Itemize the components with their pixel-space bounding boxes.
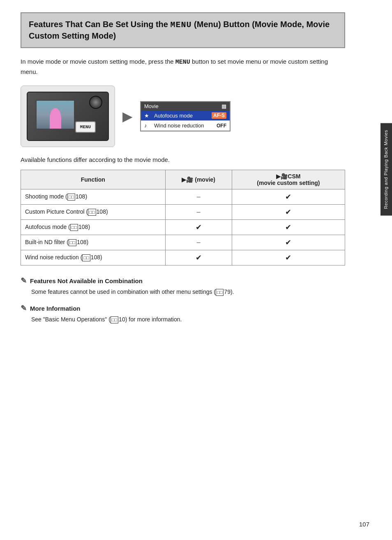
table-cell-col2-4: ✔: [165, 250, 232, 265]
camera-lens: [89, 96, 102, 109]
checkmark-icon: ✔: [285, 223, 291, 231]
note2-ref: 10: [119, 316, 125, 323]
ref-box-2: □□: [70, 224, 78, 231]
note1-ref: 79: [224, 288, 231, 295]
table-row: Shooting mode (□□108)–✔: [21, 189, 345, 205]
table-cell-label-2: Autofocus mode (□□108): [21, 220, 166, 235]
movie-mode-icon: ▶🎥 (movie): [182, 176, 215, 183]
note2-icon: ✎: [21, 304, 27, 313]
table-row: Custom Picture Control (□□108)–✔: [21, 205, 345, 220]
camera-screen-person: [37, 101, 74, 129]
ref-box-1: □□: [88, 209, 96, 216]
dash-icon: –: [197, 193, 201, 200]
row1-value: AF-S: [212, 112, 226, 119]
col2-header: ▶🎥 (movie): [165, 170, 232, 189]
table-cell-label-0: Shooting mode (□□108): [21, 189, 166, 205]
header-box: Features That Can Be Set Using the MENU …: [21, 12, 345, 48]
checkmark-icon: ✔: [285, 254, 291, 262]
checkmark-icon: ✔: [285, 193, 291, 201]
table-row: Autofocus mode (□□108)✔✔: [21, 220, 345, 235]
table-cell-col3-1: ✔: [232, 205, 345, 220]
checkmark-icon: ✔: [196, 223, 202, 231]
movie-screen-row-1: ★ Autofocus mode AF-S: [141, 111, 230, 121]
note1-body: Some features cannot be used in combinat…: [21, 288, 345, 296]
note1-icon: ✎: [21, 276, 27, 285]
table-cell-label-4: Wind noise reduction (□□108): [21, 250, 166, 265]
ref-box-3: □□: [69, 239, 76, 246]
note1-ref-box: □□: [216, 289, 224, 296]
table-cell-col3-2: ✔: [232, 220, 345, 235]
csm-header-line2: (movie custom setting): [257, 180, 320, 186]
table-cell-col3-4: ✔: [232, 250, 345, 265]
intro-paragraph: In movie mode or movie custom setting mo…: [21, 57, 345, 76]
note2-text-before: See "Basic Menu Operations" (: [31, 316, 111, 323]
note1-ref-inner: □□: [217, 289, 222, 295]
camera-menu-button: MENU: [75, 121, 96, 133]
available-functions-text: Available functions differ according to …: [21, 156, 345, 163]
checkmark-icon: ✔: [196, 254, 202, 262]
row2-label: Wind noise reduction: [154, 122, 214, 129]
row1-icon: ★: [144, 113, 152, 119]
note1-title: Features Not Available in Combination: [30, 277, 143, 284]
camera-menu-label: MENU: [80, 125, 91, 129]
csm-header-line1: ▶🎥CSM: [276, 173, 300, 180]
note2-header: ✎ More Information: [21, 304, 345, 313]
note1-header: ✎ Features Not Available in Combination: [21, 276, 345, 285]
arrow-icon: ▶: [122, 108, 133, 124]
note-section-2: ✎ More Information See "Basic Menu Opera…: [21, 304, 345, 324]
table-cell-col2-1: –: [165, 205, 232, 220]
note2-ref-inner: □□: [112, 317, 117, 323]
table-cell-label-1: Custom Picture Control (□□108): [21, 205, 166, 220]
note1-text-after: ).: [231, 288, 234, 295]
movie-screen-title: Movie: [144, 103, 159, 109]
table-header-row: Function ▶🎥 (movie) ▶🎥CSM (movie custom …: [21, 170, 345, 189]
row2-value: OFF: [217, 123, 226, 129]
note-section-1: ✎ Features Not Available in Combination …: [21, 276, 345, 296]
note2-text-after: ) for more information.: [125, 316, 182, 323]
movie-menu-screen: Movie ▩ ★ Autofocus mode AF-S ♪ Wind noi…: [140, 101, 231, 132]
table-cell-label-3: Built-in ND filter (□□108): [21, 235, 166, 250]
table-cell-col3-3: ✔: [232, 235, 345, 250]
table-row: Built-in ND filter (□□108)–✔: [21, 235, 345, 250]
table-cell-col2-2: ✔: [165, 220, 232, 235]
page-title: Features That Can Be Set Using the MENU …: [29, 19, 337, 42]
movie-screen-header: Movie ▩: [141, 102, 230, 111]
ref-box-4: □□: [82, 254, 90, 261]
page-number: 107: [359, 521, 369, 528]
dash-icon: –: [197, 239, 201, 246]
intro-menu-bold: MENU: [175, 59, 190, 66]
row2-icon: ♪: [144, 122, 152, 129]
row1-label: Autofocus mode: [154, 113, 209, 119]
movie-screen-icon: ▩: [221, 103, 226, 109]
main-content: Features That Can Be Set Using the MENU …: [0, 0, 366, 344]
title-text-1: Features That Can Be Set Using the: [29, 20, 171, 29]
side-tab: Recording and Playing Back Movies: [380, 123, 392, 216]
note2-body: See "Basic Menu Operations" (□□10) for m…: [21, 315, 345, 324]
movie-screen-row-2: ♪ Wind noise reduction OFF: [141, 121, 230, 131]
table-cell-col2-3: –: [165, 235, 232, 250]
col1-header: Function: [21, 170, 166, 189]
table-cell-col3-0: ✔: [232, 189, 345, 205]
illustration-row: MENU ▶ Movie ▩ ★ Autofocus mode AF-S ♪ W…: [21, 85, 345, 147]
note2-title: More Information: [30, 305, 81, 312]
col3-header: ▶🎥CSM (movie custom setting): [232, 170, 345, 189]
camera-body: MENU: [27, 92, 109, 141]
camera-screen: [36, 100, 75, 129]
camera-illustration: MENU: [21, 85, 115, 147]
note2-ref-box: □□: [111, 316, 118, 323]
checkmark-icon: ✔: [285, 238, 291, 247]
intro-text-before: In movie mode or movie custom setting mo…: [21, 58, 175, 65]
feature-table: Function ▶🎥 (movie) ▶🎥CSM (movie custom …: [21, 170, 345, 265]
menu-word: MENU: [171, 20, 192, 30]
table-row: Wind noise reduction (□□108)✔✔: [21, 250, 345, 265]
dash-icon: –: [197, 208, 201, 215]
ref-box-0: □□: [67, 194, 75, 201]
table-cell-col2-0: –: [165, 189, 232, 205]
note1-text-before: Some features cannot be used in combinat…: [31, 288, 216, 295]
checkmark-icon: ✔: [285, 208, 291, 216]
